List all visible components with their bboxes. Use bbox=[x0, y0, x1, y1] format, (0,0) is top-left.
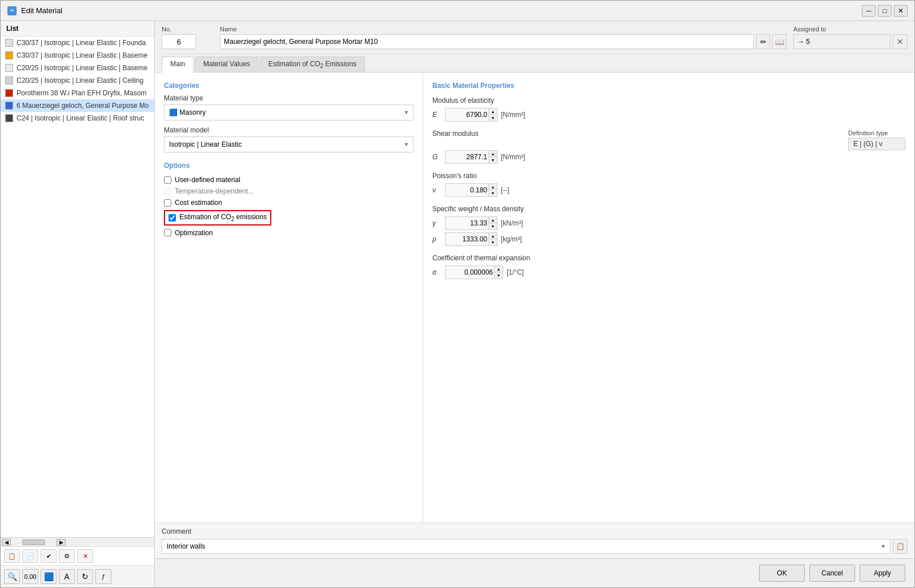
list-item-color bbox=[5, 51, 13, 59]
scroll-right-btn[interactable]: ▶ bbox=[57, 539, 66, 546]
window-icon: ✏ bbox=[7, 6, 17, 15]
user-defined-checkbox[interactable] bbox=[164, 176, 171, 184]
list-item[interactable]: C30/37 | Isotropic | Linear Elastic | Ba… bbox=[1, 49, 154, 62]
material-button[interactable]: 🟦 bbox=[41, 569, 57, 584]
poisson-symbol: ν bbox=[432, 186, 442, 194]
alpha-stepper: ▲ ▼ bbox=[494, 266, 503, 279]
weight-title: Specific weight / Mass density bbox=[432, 205, 905, 213]
search-button[interactable]: 🔍 bbox=[4, 569, 20, 584]
gear-button[interactable]: ⚙ bbox=[59, 549, 75, 563]
assigned-clear-button[interactable]: ✕ bbox=[893, 34, 908, 49]
gamma-down[interactable]: ▼ bbox=[489, 223, 497, 229]
comment-copy-button[interactable]: 📋 bbox=[893, 539, 908, 554]
optimization-option[interactable]: Optimization bbox=[164, 227, 414, 239]
modulus-input[interactable] bbox=[446, 111, 488, 119]
add-material-button[interactable]: 📋 bbox=[4, 549, 20, 563]
minimize-button[interactable]: ─ bbox=[862, 5, 876, 17]
function-button[interactable]: ƒ bbox=[95, 569, 111, 584]
shear-up[interactable]: ▲ bbox=[489, 151, 497, 157]
list-item-label: C20/25 | Isotropic | Linear Elastic | Ce… bbox=[17, 76, 143, 84]
list-item-label: C24 | Isotropic | Linear Elastic | Roof … bbox=[17, 114, 144, 122]
gamma-up[interactable]: ▲ bbox=[489, 217, 497, 223]
cancel-button[interactable]: Cancel bbox=[809, 565, 855, 582]
name-input[interactable] bbox=[220, 34, 754, 49]
rho-input[interactable] bbox=[446, 235, 488, 243]
alpha-down[interactable]: ▼ bbox=[495, 272, 503, 279]
rho-up[interactable]: ▲ bbox=[489, 233, 497, 239]
list-item[interactable]: C30/37 | Isotropic | Linear Elastic | Fo… bbox=[1, 37, 154, 49]
comment-select[interactable]: Interior walls bbox=[162, 539, 890, 554]
material-type-select[interactable]: 🟦 Masonry Concrete Steel bbox=[164, 104, 414, 120]
gamma-input[interactable] bbox=[446, 219, 488, 227]
material-model-select[interactable]: Isotropic | Linear Elastic Orthotropic |… bbox=[164, 136, 414, 152]
user-defined-option[interactable]: User-defined material bbox=[164, 174, 414, 186]
modulus-up[interactable]: ▲ bbox=[489, 108, 497, 115]
check-button[interactable]: ✔ bbox=[41, 549, 57, 563]
temp-dependent-option: Temperature-dependent... bbox=[164, 186, 414, 197]
tab-main[interactable]: Main bbox=[162, 57, 194, 73]
poisson-down[interactable]: ▼ bbox=[489, 190, 497, 196]
co2-estimation-label: Estimation of CO2 emissions bbox=[179, 213, 267, 222]
list-header: List bbox=[1, 21, 154, 37]
name-row: ✏ 📖 bbox=[220, 34, 786, 49]
no-input[interactable] bbox=[162, 34, 196, 49]
poisson-input[interactable] bbox=[446, 186, 488, 194]
delete-material-button[interactable]: ✕ bbox=[77, 549, 93, 563]
maximize-button[interactable]: □ bbox=[878, 5, 892, 17]
edit-material-window: ✏ Edit Material ─ □ ✕ List C30/37 | Isot… bbox=[0, 0, 915, 588]
co2-estimation-checkbox[interactable] bbox=[168, 214, 176, 221]
optimization-checkbox[interactable] bbox=[164, 229, 171, 236]
rho-down[interactable]: ▼ bbox=[489, 239, 497, 245]
cost-estimation-checkbox[interactable] bbox=[164, 199, 171, 207]
edit-name-button[interactable]: ✏ bbox=[756, 34, 770, 49]
material-model-dropdown[interactable]: Isotropic | Linear Elastic Orthotropic |… bbox=[164, 136, 414, 152]
main-content: No. Name ✏ 📖 Assigned to → 5 bbox=[155, 21, 914, 587]
definition-type-label: Definition type bbox=[848, 130, 888, 136]
list-item[interactable]: C24 | Isotropic | Linear Elastic | Roof … bbox=[1, 112, 154, 124]
title-bar: ✏ Edit Material ─ □ ✕ bbox=[1, 1, 914, 21]
poisson-title: Poisson's ratio bbox=[432, 172, 905, 180]
categories-title: Categories bbox=[164, 82, 414, 90]
close-button[interactable]: ✕ bbox=[894, 5, 908, 17]
poisson-up[interactable]: ▲ bbox=[489, 184, 497, 190]
cost-estimation-option[interactable]: Cost estimation bbox=[164, 197, 414, 208]
arrow-button[interactable]: ↻ bbox=[77, 569, 93, 584]
ok-button[interactable]: OK bbox=[759, 565, 805, 582]
scroll-left-btn[interactable]: ◀ bbox=[2, 539, 11, 546]
material-type-dropdown[interactable]: 🟦 Masonry Concrete Steel bbox=[164, 104, 414, 120]
apply-button[interactable]: Apply bbox=[860, 565, 905, 582]
tab-co2[interactable]: Estimation of CO2 Emissions bbox=[260, 57, 365, 72]
temp-dependent-label: Temperature-dependent... bbox=[175, 187, 254, 195]
modulus-down[interactable]: ▼ bbox=[489, 115, 497, 121]
alpha-up[interactable]: ▲ bbox=[495, 266, 503, 272]
modulus-stepper: ▲ ▼ bbox=[488, 108, 497, 121]
number-button[interactable]: 0.00 bbox=[22, 569, 38, 584]
list-item[interactable]: C20/25 | Isotropic | Linear Elastic | Ce… bbox=[1, 74, 154, 87]
co2-option-wrapper: Estimation of CO2 emissions bbox=[164, 210, 414, 225]
list-item[interactable]: 6 Mauerziegel geloch, General Purpose Mo bbox=[1, 99, 154, 112]
book-button[interactable]: 📖 bbox=[772, 34, 786, 49]
assigned-label: Assigned to bbox=[793, 26, 908, 33]
weight-group: Specific weight / Mass density γ ▲ ▼ [kN… bbox=[432, 205, 905, 246]
assigned-group: Assigned to → 5 ✕ bbox=[793, 26, 908, 49]
list-item[interactable]: Porotherm 38 W.i Plan EFH Dryfix, Masom bbox=[1, 87, 154, 99]
bottom-buttons: OK Cancel Apply bbox=[155, 558, 914, 587]
basic-properties-title: Basic Material Properties bbox=[432, 82, 905, 90]
co2-estimation-option[interactable]: Estimation of CO2 emissions bbox=[164, 210, 271, 225]
list-item-color bbox=[5, 89, 13, 97]
list-item-color bbox=[5, 39, 13, 47]
window-title: Edit Material bbox=[21, 6, 62, 15]
alpha-input[interactable] bbox=[446, 268, 494, 276]
temp-dependent-checkbox bbox=[164, 188, 171, 195]
comment-label: Comment bbox=[162, 527, 908, 535]
gamma-symbol: γ bbox=[432, 219, 442, 227]
shear-down[interactable]: ▼ bbox=[489, 157, 497, 163]
list-item[interactable]: C20/25 | Isotropic | Linear Elastic | Ba… bbox=[1, 62, 154, 74]
copy-material-button[interactable]: 📄 bbox=[22, 549, 38, 563]
scroll-thumb[interactable] bbox=[22, 539, 45, 545]
shear-input[interactable] bbox=[446, 153, 488, 161]
list-item-color bbox=[5, 76, 13, 84]
list-horizontal-scroll[interactable]: ◀ ▶ bbox=[1, 537, 154, 546]
text-button[interactable]: A bbox=[59, 569, 75, 584]
tab-material-values[interactable]: Material Values bbox=[195, 57, 259, 72]
